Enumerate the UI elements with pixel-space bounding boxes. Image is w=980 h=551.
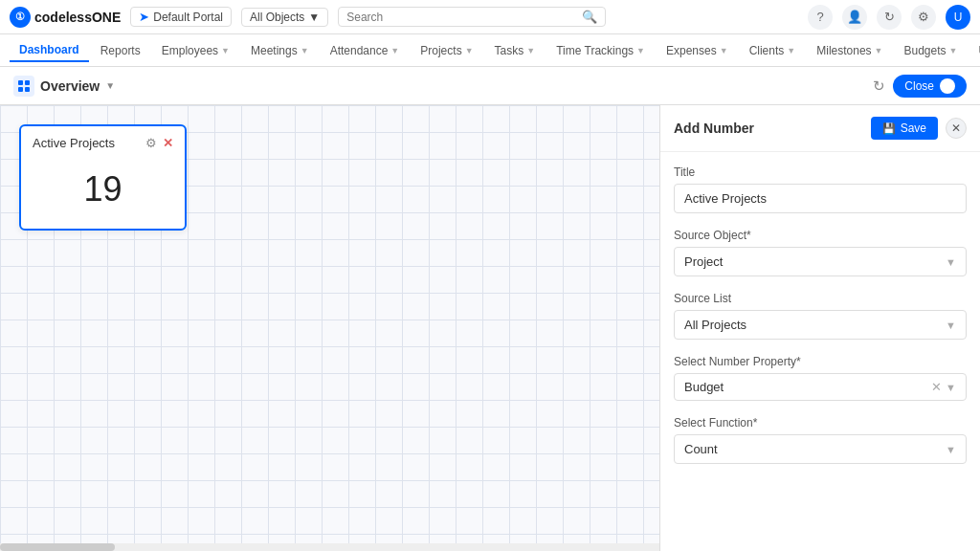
nav-item-dashboard[interactable]: Dashboard xyxy=(10,39,89,62)
avatar[interactable]: U xyxy=(946,5,970,30)
widget-settings-icon[interactable]: ⚙ xyxy=(145,136,157,150)
source-list-label: Source List xyxy=(674,292,967,305)
nav-label-meetings: Meetings xyxy=(251,44,298,57)
milestones-chevron-icon: ▼ xyxy=(875,46,883,55)
nav-label-budgets: Budgets xyxy=(904,44,947,57)
search-input[interactable] xyxy=(346,11,576,24)
widget-actions: ⚙ ✕ xyxy=(145,136,173,150)
nav-item-budgets[interactable]: Budgets ▼ xyxy=(895,40,968,61)
source-list-value: All Projects xyxy=(684,318,746,332)
horizontal-scrollbar[interactable] xyxy=(0,543,659,551)
number-property-field-group: Select Number Property* Budget ✕ ▼ xyxy=(674,355,967,401)
nav-item-employees[interactable]: Employees ▼ xyxy=(152,40,239,61)
select-tags: Budget xyxy=(684,380,724,394)
navbar: Dashboard Reports Employees ▼ Meetings ▼… xyxy=(0,34,980,67)
number-property-clear-icon[interactable]: ✕ xyxy=(931,380,942,394)
nav-label-attendance: Attendance xyxy=(330,44,389,57)
nav-item-milestones[interactable]: Milestones ▼ xyxy=(807,40,892,61)
time-chevron-icon: ▼ xyxy=(636,46,645,55)
source-object-value: Project xyxy=(684,254,723,269)
widget-value: 19 xyxy=(33,160,173,219)
settings-icon[interactable]: ⚙ xyxy=(911,5,936,30)
toggle-circle xyxy=(940,78,955,94)
overview-label: Overview xyxy=(40,78,100,94)
nav-item-meetings[interactable]: Meetings ▼ xyxy=(241,40,319,61)
source-list-select[interactable]: All Projects ▼ xyxy=(674,310,967,340)
history-icon[interactable]: ↻ xyxy=(877,5,902,30)
number-property-select[interactable]: Budget ✕ ▼ xyxy=(674,373,967,401)
source-object-label: Source Object* xyxy=(674,229,967,242)
nav-label-tasks: Tasks xyxy=(495,44,524,57)
panel-header: Add Number 💾 Save ✕ xyxy=(660,105,980,152)
scrollbar-thumb[interactable] xyxy=(0,543,115,551)
panel-header-actions: 💾 Save ✕ xyxy=(871,117,967,140)
search-box[interactable]: 🔍 xyxy=(338,7,606,27)
refresh-icon[interactable]: ↻ xyxy=(873,77,885,95)
title-field-group: Title xyxy=(674,165,967,213)
meetings-chevron-icon: ▼ xyxy=(301,46,309,55)
nav-label-projects: Projects xyxy=(420,44,461,57)
function-chevron-icon: ▼ xyxy=(946,444,956,455)
svg-rect-3 xyxy=(25,87,30,92)
source-list-chevron-icon: ▼ xyxy=(946,320,956,331)
title-label: Title xyxy=(674,165,967,179)
source-object-select[interactable]: Project ▼ xyxy=(674,247,967,276)
nav-item-expenses[interactable]: Expenses ▼ xyxy=(657,40,738,61)
nav-item-reports[interactable]: Reports xyxy=(91,40,150,61)
overview-icon xyxy=(13,76,34,97)
save-button[interactable]: 💾 Save xyxy=(871,117,938,140)
overview-bar: Overview ▼ ↻ Close xyxy=(0,67,980,105)
widget-close-icon[interactable]: ✕ xyxy=(163,136,173,150)
nav-label-expenses: Expenses xyxy=(666,44,717,57)
nav-item-projects[interactable]: Projects ▼ xyxy=(411,40,482,61)
form-body: Title Source Object* Project ▼ Source Li… xyxy=(660,152,980,477)
close-button[interactable]: Close xyxy=(893,75,967,98)
portal-icon: ➤ xyxy=(139,10,149,24)
nav-label-clients: Clients xyxy=(749,44,785,57)
function-select[interactable]: Count ▼ xyxy=(674,434,967,464)
svg-rect-1 xyxy=(25,80,30,85)
panel-close-button[interactable]: ✕ xyxy=(946,118,967,139)
nav-item-attendance[interactable]: Attendance ▼ xyxy=(321,40,410,61)
number-property-value: Budget xyxy=(684,380,724,394)
widget-title: Active Projects xyxy=(33,136,115,150)
portal-label: Default Portal xyxy=(153,11,223,24)
attendance-chevron-icon: ▼ xyxy=(390,46,399,55)
topbar: ① codelessONE ➤ Default Portal All Objec… xyxy=(0,0,980,34)
right-panel: Add Number 💾 Save ✕ Title Source Object*… xyxy=(659,105,980,551)
widget-header: Active Projects ⚙ ✕ xyxy=(33,136,173,150)
portal-button[interactable]: ➤ Default Portal xyxy=(130,7,232,27)
tasks-chevron-icon: ▼ xyxy=(526,46,535,55)
search-icon: 🔍 xyxy=(582,10,597,24)
nav-label-dashboard: Dashboard xyxy=(19,43,79,56)
source-object-field-group: Source Object* Project ▼ xyxy=(674,229,967,276)
logo: ① codelessONE xyxy=(10,7,121,28)
save-icon: 💾 xyxy=(882,122,896,135)
overview-chevron-icon: ▼ xyxy=(105,80,115,91)
nav-label-employees: Employees xyxy=(162,44,218,57)
function-field-group: Select Function* Count ▼ xyxy=(674,416,967,464)
save-label: Save xyxy=(901,121,926,135)
main-content: Active Projects ⚙ ✕ 19 Add Number 💾 Save… xyxy=(0,105,980,551)
svg-rect-0 xyxy=(18,80,23,85)
function-value: Count xyxy=(684,442,718,456)
nav-label-reports: Reports xyxy=(100,44,141,57)
clients-chevron-icon: ▼ xyxy=(787,46,795,55)
function-label: Select Function* xyxy=(674,416,967,430)
user-icon[interactable]: 👤 xyxy=(842,5,867,30)
nav-item-clients[interactable]: Clients ▼ xyxy=(740,40,806,61)
title-input[interactable] xyxy=(674,184,967,213)
nav-item-tasks[interactable]: Tasks ▼ xyxy=(485,40,546,61)
nav-item-user-pro[interactable]: User Pro xyxy=(969,40,980,61)
budgets-chevron-icon: ▼ xyxy=(949,46,958,55)
grid-area: Active Projects ⚙ ✕ 19 xyxy=(0,105,659,551)
overview-title[interactable]: Overview ▼ xyxy=(13,76,115,97)
object-select[interactable]: All Objects ▼ xyxy=(241,8,328,27)
help-icon[interactable]: ? xyxy=(808,5,833,30)
number-property-chevron-icon: ▼ xyxy=(946,382,956,393)
projects-chevron-icon: ▼ xyxy=(465,46,474,55)
employees-chevron-icon: ▼ xyxy=(221,46,230,55)
source-list-field-group: Source List All Projects ▼ xyxy=(674,292,967,340)
nav-item-time-trackings[interactable]: Time Trackings ▼ xyxy=(546,40,655,61)
svg-rect-2 xyxy=(18,87,23,92)
